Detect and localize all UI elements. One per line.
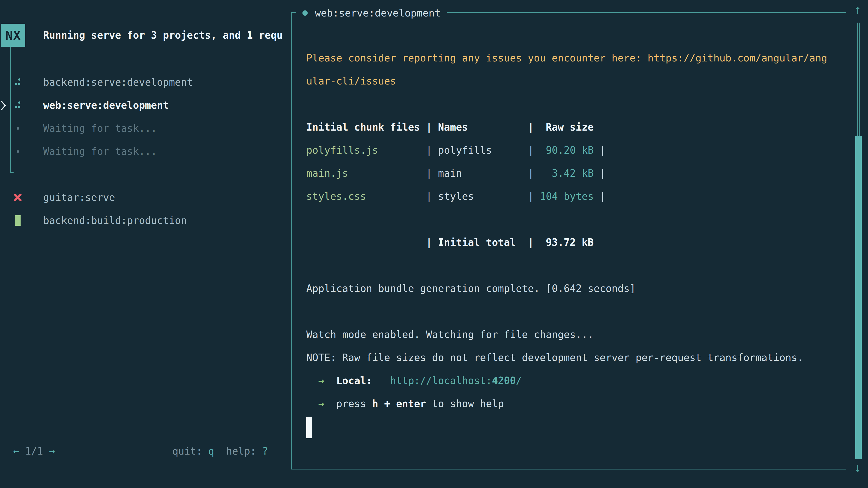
local-url-link[interactable]: 4200 xyxy=(492,375,516,386)
scrollbar-track[interactable] xyxy=(857,23,860,136)
terminal-text-segment: | Initial total | 93.72 kB xyxy=(306,236,594,248)
task-row[interactable]: Waiting for task... xyxy=(0,117,291,140)
terminal-text-segment: | xyxy=(594,167,606,179)
terminal-text-segment: | xyxy=(348,167,438,179)
terminal-line: Please consider reporting any issues you… xyxy=(306,46,844,70)
shortcut-key[interactable]: ? xyxy=(262,445,268,457)
terminal-text-segment: Application bundle generation complete. … xyxy=(306,283,636,294)
terminal-text-segment: to show help xyxy=(426,398,504,410)
page-title: Running serve for 3 projects, and 1 requ xyxy=(43,24,291,47)
terminal-line xyxy=(306,300,844,323)
success-square-icon xyxy=(13,209,23,232)
task-row[interactable]: backend:build:production xyxy=(0,209,291,232)
panel-title-label: web:serve:development xyxy=(315,7,440,19)
terminal-line: ular-cli/issues xyxy=(306,70,844,93)
terminal-line: → press h + enter to show help xyxy=(306,392,844,415)
terminal-text-segment xyxy=(306,375,318,386)
task-label: backend:serve:development xyxy=(43,71,193,94)
terminal-line xyxy=(306,93,844,116)
panel-title: web:serve:development xyxy=(296,1,447,24)
task-row[interactable]: backend:serve:development xyxy=(0,71,291,94)
task-list-spacer xyxy=(0,163,291,186)
task-label: backend:build:production xyxy=(43,209,187,232)
terminal-text-segment: 104 bytes xyxy=(540,191,594,202)
terminal-text-segment: | xyxy=(366,191,438,202)
terminal-text-segment xyxy=(324,398,336,410)
statusbar-label: help: xyxy=(214,445,262,457)
terminal-text-segment: main xyxy=(438,167,462,179)
statusbar-label: quit: xyxy=(172,445,208,457)
task-row[interactable]: web:serve:development xyxy=(0,94,291,117)
terminal-text-segment: → xyxy=(318,398,324,410)
nx-logo: NX xyxy=(1,24,25,47)
terminal-line: polyfills.js | polyfills | 90.20 kB | xyxy=(306,139,844,162)
scrollbar-thumb[interactable] xyxy=(855,136,862,459)
terminal-text-segment: 90.20 kB xyxy=(540,144,594,156)
selected-chevron-icon xyxy=(0,100,6,113)
terminal-text-segment: 3.42 kB xyxy=(540,167,594,179)
scroll-down-arrow-icon[interactable]: ↓ xyxy=(851,461,864,475)
shortcut-key[interactable]: q xyxy=(208,445,214,457)
terminal-line: NOTE: Raw file sizes do not reflect deve… xyxy=(306,346,844,369)
terminal-text-segment: h + enter xyxy=(372,398,426,410)
task-output-panel: web:serve:development Please consider re… xyxy=(291,12,846,469)
terminal-text-segment: | xyxy=(474,191,540,202)
terminal-line: Initial chunk files | Names | Raw size xyxy=(306,116,844,139)
terminal-line: styles.css | styles | 104 bytes | xyxy=(306,185,844,208)
terminal-line: → Local: http://localhost:4200/ xyxy=(306,369,844,392)
error-cross-icon xyxy=(13,186,23,209)
running-status-dot-icon xyxy=(303,10,308,15)
terminal-text-segment xyxy=(324,375,336,386)
terminal-line xyxy=(306,208,844,231)
terminal-text-segment: NOTE: Raw file sizes do not reflect deve… xyxy=(306,352,803,363)
terminal-text-segment: Please consider reporting any issues you… xyxy=(306,52,827,64)
task-label: guitar:serve xyxy=(43,186,115,209)
terminal-text-segment: Watch mode enabled. Watching for file ch… xyxy=(306,329,594,340)
terminal-text-segment: | xyxy=(378,144,438,156)
task-sidebar: NX Running serve for 3 projects, and 1 r… xyxy=(0,0,291,488)
waiting-dot-icon xyxy=(13,140,23,163)
task-label: web:serve:development xyxy=(43,94,169,117)
task-list: backend:serve:developmentweb:serve:devel… xyxy=(0,71,291,232)
terminal-text-segment: main.js xyxy=(306,167,348,179)
local-url-link[interactable]: / xyxy=(516,375,522,386)
terminal-text-segment: styles.css xyxy=(306,191,366,202)
terminal-line xyxy=(306,415,844,438)
waiting-dot-icon xyxy=(13,117,23,140)
terminal-line xyxy=(306,254,844,277)
terminal-line: Watch mode enabled. Watching for file ch… xyxy=(306,323,844,346)
terminal-line: | Initial total | 93.72 kB xyxy=(306,231,844,254)
terminal-line: Application bundle generation complete. … xyxy=(306,277,844,300)
terminal-output: Please consider reporting any issues you… xyxy=(306,46,844,438)
terminal-text-segment: styles xyxy=(438,191,474,202)
spinner-icon xyxy=(13,94,23,117)
task-row[interactable]: guitar:serve xyxy=(0,186,291,209)
keyboard-shortcuts: quit: q help: ? xyxy=(0,440,268,463)
terminal-text-segment: | xyxy=(462,167,540,179)
terminal-text-segment: Local: xyxy=(336,375,372,386)
terminal-text-segment xyxy=(372,375,390,386)
terminal-text-segment: | xyxy=(492,144,540,156)
terminal-text-segment: press xyxy=(336,398,372,410)
task-label: Waiting for task... xyxy=(43,117,157,140)
terminal-text-segment: | xyxy=(594,191,606,202)
terminal-text-segment: | xyxy=(594,144,606,156)
terminal-text-segment: ular-cli/issues xyxy=(306,75,396,87)
task-row[interactable]: Waiting for task... xyxy=(0,140,291,163)
terminal-line: main.js | main | 3.42 kB | xyxy=(306,162,844,185)
terminal-text-segment: polyfills xyxy=(438,144,492,156)
terminal-text-segment xyxy=(306,398,318,410)
task-label: Waiting for task... xyxy=(43,140,157,163)
local-url-link[interactable]: http://localhost: xyxy=(390,375,492,386)
terminal-cursor xyxy=(306,417,312,438)
scroll-up-arrow-icon[interactable]: ↑ xyxy=(851,3,864,16)
terminal-text-segment: polyfills.js xyxy=(306,144,378,156)
spinner-icon xyxy=(13,71,23,94)
terminal-text-segment: Initial chunk files | Names | Raw size xyxy=(306,121,594,133)
terminal-text-segment: → xyxy=(318,375,324,386)
